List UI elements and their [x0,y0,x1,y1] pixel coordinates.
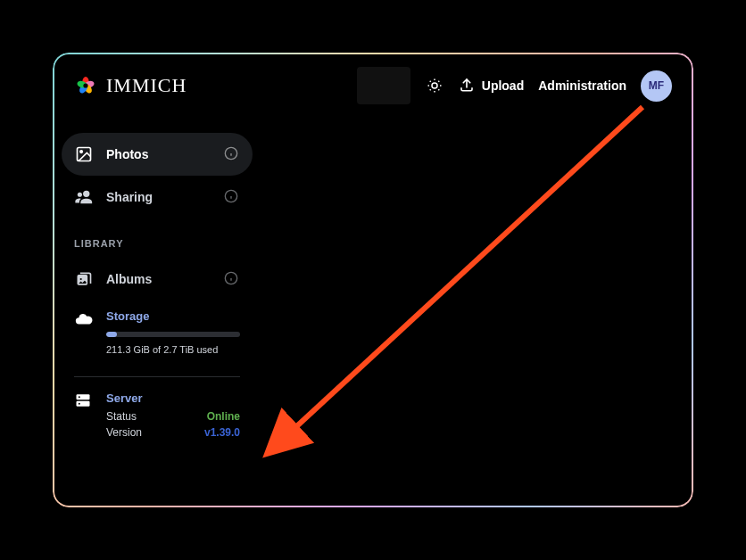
server-status-label: Status [106,410,137,423]
svg-point-34 [79,403,80,405]
sharing-icon [74,187,94,207]
storage-section: Storage 211.3 GiB of 2.7 TiB used [62,301,253,367]
svg-point-22 [78,193,82,197]
sidebar: Photos Sharing [54,117,260,448]
svg-point-27 [80,278,82,280]
upload-button[interactable]: Upload [459,77,524,95]
svg-line-13 [429,89,430,90]
sidebar-item-label: Photos [106,147,211,161]
photo-icon [74,144,94,164]
info-icon[interactable] [224,189,240,205]
albums-icon [74,269,94,289]
theme-toggle-icon[interactable] [425,76,444,95]
server-status-value: Online [207,410,240,423]
brand-group[interactable]: IMMICH [74,74,186,97]
divider [74,376,240,377]
svg-line-14 [438,81,439,82]
svg-rect-32 [77,401,90,407]
svg-line-9 [429,81,430,82]
app-inner: IMMICH [54,54,692,506]
server-version-label: Version [106,426,142,439]
svg-point-5 [83,83,87,87]
search-box[interactable] [357,67,410,104]
brand-text: IMMICH [106,74,186,97]
storage-title: Storage [106,309,240,323]
avatar-initials: MF [649,79,664,92]
app-window: IMMICH [53,53,693,507]
sidebar-item-albums[interactable]: Albums [62,258,253,301]
avatar[interactable]: MF [641,70,672,102]
immich-logo-icon [74,74,97,97]
header: IMMICH [54,54,692,117]
sidebar-item-sharing[interactable]: Sharing [62,176,253,218]
svg-point-6 [432,83,437,88]
svg-point-21 [83,191,89,197]
server-version-value: v1.39.0 [204,426,240,439]
storage-usage-text: 211.3 GiB of 2.7 TiB used [106,344,240,355]
content: Photos Sharing [54,117,692,448]
cloud-icon [74,309,94,329]
svg-point-17 [80,151,83,153]
storage-bar [106,332,240,337]
sidebar-item-photos[interactable]: Photos [62,133,253,176]
upload-label: Upload [482,78,524,93]
svg-point-33 [79,396,80,398]
svg-rect-31 [77,394,90,399]
svg-line-10 [438,89,439,90]
server-icon [74,391,94,411]
upload-icon [459,77,475,95]
info-icon[interactable] [224,271,240,287]
info-icon[interactable] [224,146,240,162]
sidebar-item-label: Sharing [106,190,211,204]
storage-fill [106,332,117,337]
library-section-header: LIBRARY [62,218,253,258]
server-title: Server [106,391,240,405]
server-section: Server Status Online Version v1.39.0 [62,386,253,448]
sidebar-item-label: Albums [106,272,211,286]
administration-link[interactable]: Administration [538,78,626,93]
